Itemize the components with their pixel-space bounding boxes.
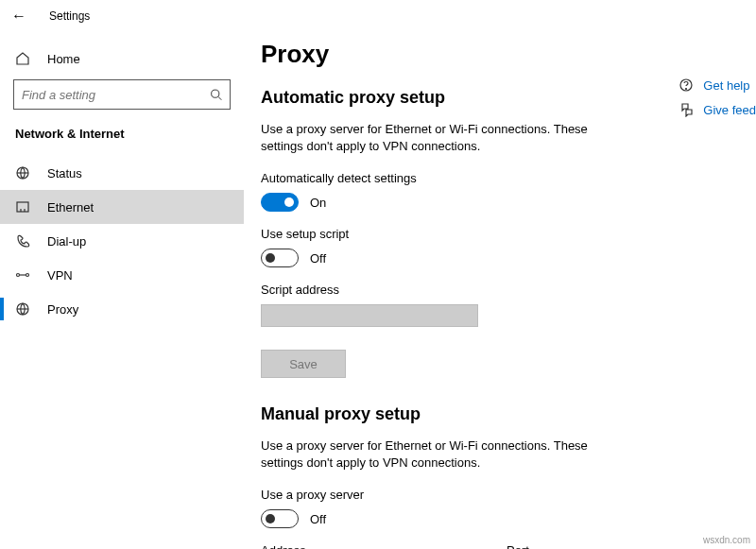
sidebar-item-label: Dial-up <box>47 234 86 249</box>
search-icon <box>210 88 222 101</box>
help-link-label: Get help <box>703 78 749 93</box>
page-title: Proxy <box>261 40 739 69</box>
sidebar: Home Network & Internet Status Ethernet … <box>0 32 244 549</box>
auto-detect-label: Automatically detect settings <box>261 171 739 185</box>
feedback-icon <box>679 102 694 117</box>
proxy-icon <box>15 301 30 317</box>
search-field[interactable] <box>22 88 210 102</box>
svg-point-7 <box>17 274 20 277</box>
use-proxy-toggle[interactable] <box>261 509 299 528</box>
auto-detect-toggle[interactable] <box>261 193 299 212</box>
auto-section-desc: Use a proxy server for Ethernet or Wi-Fi… <box>261 121 596 154</box>
category-title: Network & Internet <box>0 121 244 156</box>
ethernet-icon <box>15 199 30 214</box>
feedback-link-label: Give feed <box>703 103 756 117</box>
sidebar-item-proxy[interactable]: Proxy <box>0 292 244 326</box>
setup-script-label: Use setup script <box>261 227 739 241</box>
script-address-label: Script address <box>261 283 739 297</box>
use-proxy-label: Use a proxy server <box>261 488 739 502</box>
sidebar-item-label: VPN <box>47 268 73 283</box>
watermark: wsxdn.com <box>703 535 750 545</box>
vpn-icon <box>15 267 30 283</box>
sidebar-item-status[interactable]: Status <box>0 156 244 190</box>
status-icon <box>15 165 30 180</box>
aside-links: Get help Give feed <box>679 77 756 117</box>
home-icon <box>15 51 30 66</box>
sidebar-item-vpn[interactable]: VPN <box>0 258 244 292</box>
sidebar-item-label: Ethernet <box>47 200 94 214</box>
get-help-link[interactable]: Get help <box>679 77 756 93</box>
window-title: Settings <box>49 9 90 23</box>
svg-point-0 <box>212 90 219 97</box>
use-proxy-state: Off <box>310 512 326 526</box>
save-button[interactable]: Save <box>261 350 346 378</box>
sidebar-item-ethernet[interactable]: Ethernet <box>0 190 244 224</box>
sidebar-item-label: Proxy <box>47 302 78 317</box>
port-label: Port <box>507 543 629 549</box>
svg-line-1 <box>218 96 221 99</box>
script-address-input[interactable] <box>261 304 478 327</box>
search-input[interactable] <box>13 79 231 110</box>
svg-point-8 <box>26 274 29 277</box>
help-icon <box>679 77 694 93</box>
give-feedback-link[interactable]: Give feed <box>679 102 756 117</box>
sidebar-home[interactable]: Home <box>0 43 244 74</box>
svg-point-13 <box>686 89 687 90</box>
manual-section-desc: Use a proxy server for Ethernet or Wi-Fi… <box>261 437 596 471</box>
auto-detect-state: On <box>310 196 326 210</box>
dialup-icon <box>15 233 30 249</box>
sidebar-item-dialup[interactable]: Dial-up <box>0 224 244 258</box>
address-label: Address <box>261 543 478 549</box>
svg-rect-4 <box>17 202 28 212</box>
setup-script-toggle[interactable] <box>261 249 299 267</box>
back-icon[interactable]: ← <box>11 8 26 25</box>
sidebar-item-label: Status <box>47 166 82 180</box>
auto-section-heading: Automatic proxy setup <box>261 88 739 108</box>
manual-section-heading: Manual proxy setup <box>261 404 739 424</box>
sidebar-home-label: Home <box>47 52 80 66</box>
setup-script-state: Off <box>310 251 326 266</box>
